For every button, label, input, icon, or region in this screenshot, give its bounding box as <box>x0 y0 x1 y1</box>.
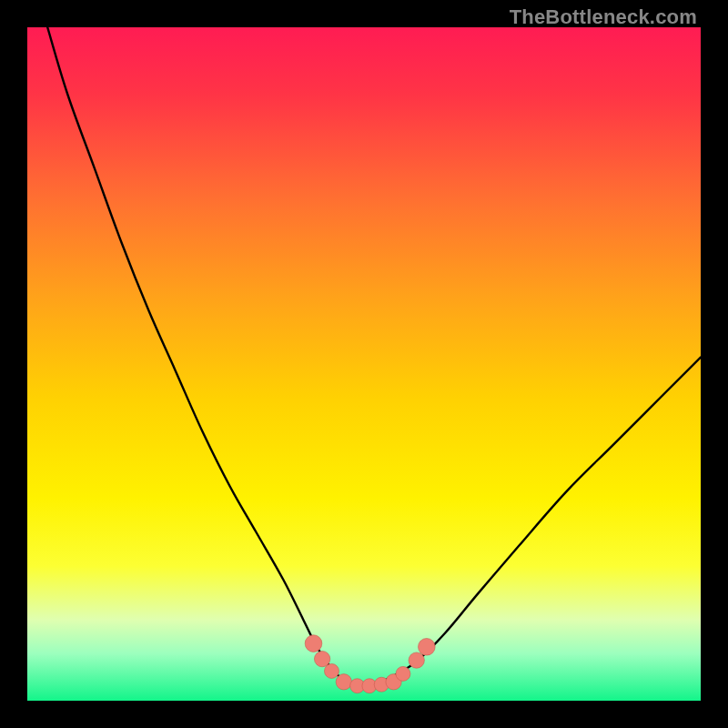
chart-stage: TheBottleneck.com <box>0 0 728 728</box>
marker-dot <box>418 638 435 655</box>
gradient-background <box>27 27 701 701</box>
marker-dot <box>314 651 329 666</box>
chart-svg <box>27 27 701 701</box>
marker-dot <box>409 652 424 668</box>
marker-dot <box>336 674 351 690</box>
marker-dot <box>324 663 339 678</box>
marker-dot <box>305 635 322 652</box>
plot-area <box>27 27 701 701</box>
watermark-text: TheBottleneck.com <box>510 5 697 29</box>
marker-dot <box>396 666 410 681</box>
